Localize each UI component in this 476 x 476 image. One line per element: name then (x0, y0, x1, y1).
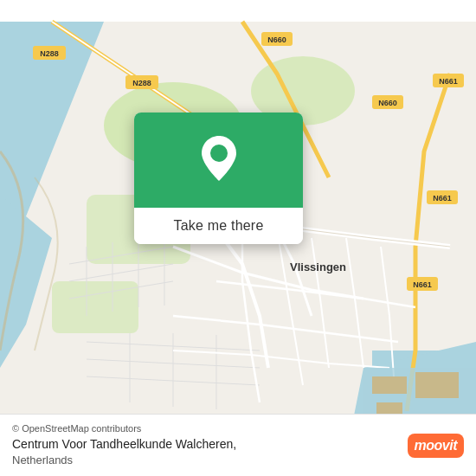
svg-rect-38 (415, 372, 459, 398)
svg-text:Vlissingen: Vlissingen (290, 261, 346, 273)
location-pin-icon (196, 134, 241, 186)
moovit-brand-text: moovit (415, 438, 457, 453)
location-name: Centrum Voor Tandheelkunde Walcheren, (12, 437, 236, 451)
svg-text:N660: N660 (267, 35, 286, 44)
svg-text:N288: N288 (132, 79, 151, 87)
svg-rect-37 (372, 376, 407, 394)
svg-point-41 (210, 145, 228, 162)
svg-text:N661: N661 (439, 77, 458, 86)
svg-text:N661: N661 (413, 280, 432, 289)
location-country: Netherlands (12, 453, 73, 466)
svg-text:N660: N660 (378, 99, 397, 107)
map-container: N288 N288 N660 N660 N661 N661 N661 (0, 0, 476, 476)
popup-green-area (134, 113, 303, 208)
popup-card: Take me there (134, 113, 303, 244)
take-me-there-button[interactable]: Take me there (134, 208, 303, 244)
svg-text:N661: N661 (433, 194, 452, 203)
location-info: Centrum Voor Tandheelkunde Walcheren, Ne… (12, 436, 236, 467)
svg-text:N288: N288 (40, 49, 59, 58)
bottom-bar: © OpenStreetMap contributors Centrum Voo… (0, 414, 476, 476)
bottom-left-info: © OpenStreetMap contributors Centrum Voo… (12, 423, 236, 467)
moovit-brand-box: moovit (408, 434, 464, 458)
moovit-logo: moovit (408, 434, 464, 458)
osm-credit: © OpenStreetMap contributors (12, 423, 236, 434)
